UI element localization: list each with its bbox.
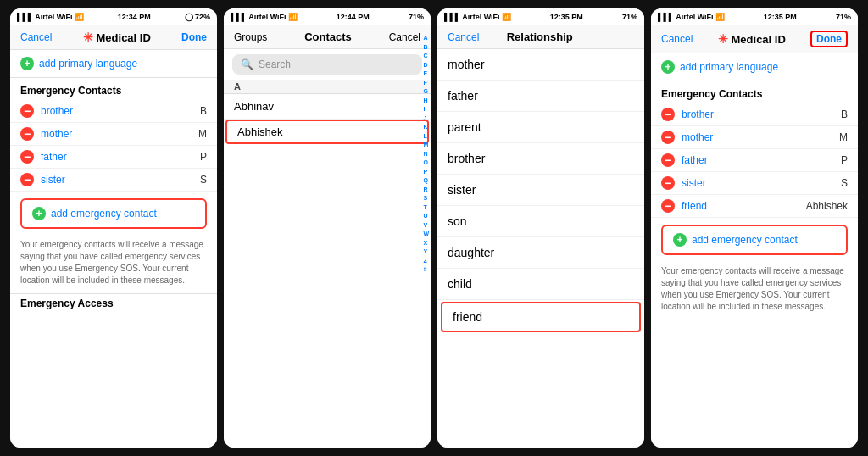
signal-icon-3: ▌▌▌	[444, 13, 460, 21]
contact-initial-mother-1: M	[198, 128, 207, 140]
rel-title: Relationship	[507, 31, 573, 43]
add-emergency-button-1[interactable]: + add emergency contact	[20, 198, 207, 229]
nav-bar-1: Cancel ✳ Medical ID Done	[10, 25, 217, 50]
contact-initial-sister-1: S	[200, 174, 207, 186]
emergency-note-1: Your emergency contacts will receive a m…	[10, 236, 217, 293]
phone-screen-4: ▌▌▌ Airtel WiFi 📶 12:35 PM 71% Cancel ✳ …	[651, 8, 858, 448]
contact-initial-father-4: P	[841, 154, 848, 166]
remove-icon-4-3[interactable]: −	[661, 153, 675, 167]
contact-row-brother-4: − brother B	[651, 103, 858, 126]
wifi-icon-4: 📶	[715, 13, 725, 21]
contact-name-brother-1: brother	[41, 105, 193, 117]
wifi-icon-1: 📶	[75, 13, 84, 21]
plus-icon-lang-4: +	[661, 60, 675, 74]
wifi-icon-2: 📶	[288, 13, 298, 21]
battery-1: 72%	[195, 13, 210, 21]
phone-screen-2: ▌▌▌ Airtel WiFi 📶 12:44 PM 71% Groups Co…	[224, 8, 431, 448]
cancel-button-1[interactable]: Cancel	[20, 31, 52, 43]
remove-icon-3[interactable]: −	[20, 150, 34, 164]
remove-icon-1[interactable]: −	[20, 104, 34, 118]
add-emergency-button-4[interactable]: + add emergency contact	[661, 225, 848, 255]
rel-daughter[interactable]: daughter	[437, 237, 644, 269]
search-placeholder: Search	[259, 58, 291, 70]
contact-initial-sister-4: S	[841, 177, 848, 189]
rel-son[interactable]: son	[437, 206, 644, 237]
screenshots-container: ▌▌▌ Airtel WiFi 📶 12:34 PM ◯ 72% Cancel …	[0, 0, 868, 456]
plus-icon-emergency-1: +	[32, 207, 46, 220]
plus-icon-emergency-4: +	[673, 233, 687, 247]
battery-3: 71%	[622, 13, 637, 21]
wifi-icon-3: 📶	[502, 13, 511, 21]
contact-row-sister-4: − sister S	[651, 172, 858, 195]
status-left-1: ▌▌▌ Airtel WiFi 📶	[17, 13, 84, 21]
remove-icon-4[interactable]: −	[20, 173, 34, 186]
contact-name-father-1: father	[41, 151, 193, 163]
search-icon: 🔍	[241, 58, 253, 70]
battery-icon-1: ◯	[185, 13, 193, 21]
contact-initial-brother-4: B	[841, 108, 848, 120]
contact-name-sister-1: sister	[41, 174, 193, 186]
cancel-button-3[interactable]: Cancel	[448, 31, 479, 43]
rel-sister[interactable]: sister	[437, 175, 644, 206]
status-right-3: 71%	[622, 13, 637, 21]
carrier-1: Airtel WiFi	[35, 13, 72, 21]
rel-father[interactable]: father	[437, 81, 644, 112]
relationship-content: mother father parent brother sister son …	[437, 49, 644, 448]
nav-bar-4: Cancel ✳ Medical ID Done	[651, 25, 858, 53]
carrier-4: Airtel WiFi	[676, 13, 713, 21]
carrier-2: Airtel WiFi	[248, 13, 286, 21]
contact-row-father-1: − father P	[10, 146, 217, 169]
asterisk-icon-4: ✳	[718, 32, 728, 46]
rel-brother[interactable]: brother	[437, 143, 644, 175]
rel-parent[interactable]: parent	[437, 112, 644, 143]
status-left-3: ▌▌▌ Airtel WiFi 📶	[444, 13, 511, 21]
contact-row-father-4: − father P	[651, 149, 858, 172]
add-emergency-label-1: add emergency contact	[51, 208, 157, 220]
contact-abhinav[interactable]: Abhinav	[224, 94, 431, 120]
done-button-1[interactable]: Done	[181, 31, 207, 43]
remove-icon-4-2[interactable]: −	[661, 131, 675, 144]
alpha-index: ABC DEF GHI JKL MNO PQR STU VWX YZ#	[423, 8, 429, 275]
contacts-title: Contacts	[304, 31, 352, 43]
status-left-2: ▌▌▌ Airtel WiFi 📶	[231, 13, 298, 21]
done-button-4[interactable]: Done	[810, 31, 848, 47]
remove-icon-4-4[interactable]: −	[661, 176, 675, 190]
asterisk-icon-1: ✳	[83, 31, 93, 44]
phone-screen-1: ▌▌▌ Airtel WiFi 📶 12:34 PM ◯ 72% Cancel …	[10, 8, 217, 448]
remove-icon-2[interactable]: −	[20, 127, 34, 141]
remove-icon-4-5[interactable]: −	[661, 199, 675, 213]
medical-content-4: + add primary language Emergency Contact…	[651, 53, 858, 448]
rel-child[interactable]: child	[437, 269, 644, 300]
groups-button[interactable]: Groups	[234, 31, 267, 43]
contact-row-mother-1: − mother M	[10, 123, 217, 146]
signal-icon-2: ▌▌▌	[231, 13, 247, 21]
contact-name-brother-4: brother	[682, 108, 834, 120]
status-bar-3: ▌▌▌ Airtel WiFi 📶 12:35 PM 71%	[437, 8, 644, 25]
remove-icon-4-1[interactable]: −	[661, 108, 675, 121]
time-3: 12:35 PM	[550, 13, 583, 21]
contact-row-sister-1: − sister S	[10, 169, 217, 192]
contact-name-mother-4: mother	[682, 131, 832, 143]
emergency-note-4: Your emergency contacts will receive a m…	[651, 262, 858, 320]
nav-bar-3: Cancel Relationship	[437, 25, 644, 49]
section-title-4: Emergency Contacts	[651, 81, 858, 103]
status-right-1: ◯ 72%	[185, 13, 210, 21]
contacts-list-1: − brother B − mother M − father P − sist…	[10, 100, 217, 192]
cancel-button-2[interactable]: Cancel	[389, 31, 420, 43]
contact-initial-friend-4: Abhishek	[806, 200, 848, 212]
rel-friend[interactable]: friend	[441, 302, 641, 332]
contact-abhishek[interactable]: Abhishek	[225, 120, 429, 144]
medical-content-1: + add primary language Emergency Contact…	[10, 50, 217, 448]
contacts-content: 🔍 Search A Abhinav Abhishek	[224, 49, 431, 448]
rel-mother[interactable]: mother	[437, 49, 644, 81]
time-2: 12:44 PM	[337, 13, 370, 21]
contact-initial-brother-1: B	[200, 105, 207, 117]
status-bar-1: ▌▌▌ Airtel WiFi 📶 12:34 PM ◯ 72%	[10, 8, 217, 25]
search-bar[interactable]: 🔍 Search	[232, 54, 422, 75]
contacts-list-4: − brother B − mother M − father P − sist…	[651, 103, 858, 218]
add-language-row-1[interactable]: + add primary language	[10, 50, 217, 78]
add-language-row-4[interactable]: + add primary language	[651, 53, 858, 81]
cancel-button-4[interactable]: Cancel	[661, 33, 693, 45]
nav-title-1: ✳ Medical ID	[83, 31, 151, 44]
carrier-3: Airtel WiFi	[462, 13, 499, 21]
